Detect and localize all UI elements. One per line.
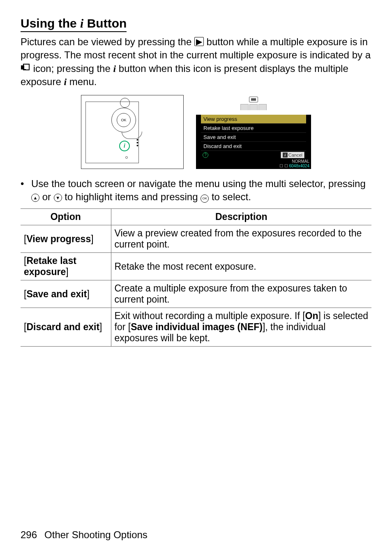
bullet-t3: to highlight items and pressing (62, 191, 201, 202)
multi-exposure-indicator-icon (249, 97, 258, 102)
i-button-icon: i (119, 141, 130, 151)
status-readout: NORMAL ☐ ☐ 6048x4024 (279, 159, 309, 168)
heading-suffix: Button (83, 16, 127, 30)
menu-bottom-bar: ? i Cancel (201, 151, 306, 159)
intro-text-1: Pictures can be viewed by pressing the (21, 36, 194, 47)
intro-text-5: menu. (67, 76, 97, 87)
status-cards-icon: ☐ ☐ (279, 164, 288, 168)
description-cell: View a preview created from the exposure… (111, 225, 371, 253)
option-cell: [View progress] (21, 225, 111, 253)
i-box-icon: i (283, 153, 288, 157)
intro-text-3: icon; pressing the (30, 63, 113, 74)
intro-paragraph: Pictures can be viewed by pressing the ▶… (21, 35, 371, 89)
camera-back-illustration: OK i ••• (81, 95, 184, 169)
desc-bold: Save individual images (NEF) (131, 322, 263, 332)
cancel-label: Cancel (288, 153, 302, 157)
figure-row: OK i ••• View progress Retake last expos… (21, 95, 371, 169)
status-resolution: 6048x4024 (289, 164, 310, 168)
dial-lower-guard (122, 132, 142, 139)
menu-screenshot: View progress Retake last exposure Save … (196, 95, 311, 169)
multi-exposure-icon (21, 64, 30, 71)
menu-top-bar (196, 95, 311, 115)
menu-item-view-progress: View progress (201, 115, 306, 124)
ok-button-icon: OK (201, 194, 209, 203)
description-cell: Retake the most recent exposure. (111, 253, 371, 280)
section-heading: Using the i Button (21, 16, 127, 32)
option-name: Discard and exit (26, 322, 99, 332)
bullet-instruction: • Use the touch screen or navigate the m… (21, 177, 371, 204)
bullet-t1: Use the touch screen or navigate the men… (31, 178, 366, 189)
ok-center-button: OK (117, 113, 131, 127)
page-footer: 296 Other Shooting Options (21, 529, 148, 541)
tab-3 (258, 104, 267, 110)
svg-rect-2 (24, 65, 28, 69)
button-dots-icon: ••• (136, 139, 138, 147)
table-row: [Save and exit] Create a multiple exposu… (21, 280, 371, 308)
table-row: [View progress] View a preview created f… (21, 225, 371, 253)
cancel-button-indicator: i Cancel (281, 152, 304, 158)
table-header-description: Description (111, 209, 371, 225)
help-icon: ? (203, 152, 208, 158)
heading-prefix: Using the (21, 16, 80, 30)
option-cell: [Retake last exposure] (21, 253, 111, 280)
table-row: [Discard and exit] Exit without recordin… (21, 308, 371, 347)
menu-item-save-exit: Save and exit (201, 133, 306, 142)
option-cell: [Discard and exit] (21, 308, 111, 347)
options-table: Option Description [View progress] View … (21, 208, 371, 347)
tab-2 (249, 104, 258, 110)
desc-on: On (305, 310, 318, 321)
page-number: 296 (21, 529, 37, 541)
option-name: View progress (26, 234, 91, 244)
bullet-text: Use the touch screen or navigate the men… (31, 177, 371, 204)
menu-item-discard-exit: Discard and exit (201, 142, 306, 151)
description-cell: Create a multiple exposure from the expo… (111, 280, 371, 308)
section-name: Other Shooting Options (44, 529, 148, 541)
desc-pre: Exit without recording a multiple exposu… (115, 310, 305, 321)
table-header-option: Option (21, 209, 111, 225)
play-button-icon: ▶ (194, 37, 204, 46)
option-name: Retake last exposure (24, 255, 76, 277)
down-arrow-icon: ▼ (54, 194, 62, 202)
option-cell: [Save and exit] (21, 280, 111, 308)
small-indicator-icon (125, 156, 128, 159)
menu-item-retake: Retake last exposure (201, 124, 306, 133)
description-cell: Exit without recording a multiple exposu… (111, 308, 371, 347)
tab-bar (240, 104, 267, 110)
option-name: Save and exit (26, 289, 87, 299)
camera-top-knob (120, 98, 130, 108)
bullet-dot: • (21, 177, 31, 204)
multi-selector-dial: OK (111, 108, 136, 132)
up-arrow-icon: ▲ (31, 194, 39, 202)
status-quality: NORMAL (279, 159, 309, 164)
bullet-t4: to select. (209, 191, 251, 202)
tab-1 (240, 104, 249, 110)
table-row: [Retake last exposure] Retake the most r… (21, 253, 371, 280)
bullet-t2: or (39, 191, 54, 202)
